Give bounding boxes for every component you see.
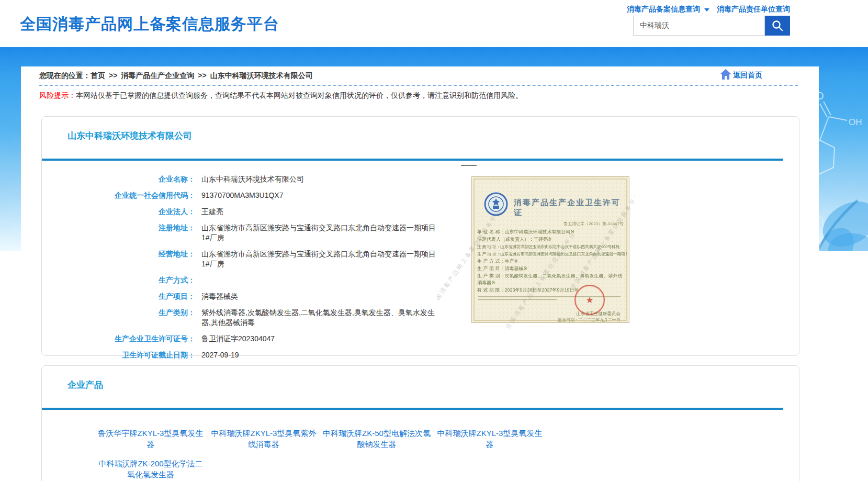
certificate-line: 生 产 类 别：次氯酸钠发生器、二氧化氯发生器、臭氧发生器、紫外线消毒器※ (477, 273, 627, 286)
field-row: 生产项目：消毒器械类 (42, 288, 799, 305)
red-seal-icon: ★ (574, 285, 605, 315)
risk-notice-text: 本网站仅基于已掌握的信息提供查询服务，查询结果不代表本网站对被查询对象信用状况的… (76, 91, 523, 99)
certificate-line: 生 产 项 目：消毒器械※ (477, 265, 627, 272)
breadcrumb-separator: >> (109, 71, 117, 80)
field-row: 生产类别：紫外线消毒器,次氯酸钠发生器,二氧化氯发生器,臭氧发生器、臭氧水发生器… (42, 305, 799, 331)
field-value: 紫外线消毒器,次氯酸钠发生器,二氧化氯发生器,臭氧发生器、臭氧水发生器,其他器械… (201, 308, 441, 328)
home-icon (719, 69, 732, 80)
dashed-divider (39, 85, 798, 86)
certificate-paper: 消毒产品生产企业卫生许可证 鲁卫消证字（2023）第-04647号 单 位 名 … (471, 176, 629, 323)
breadcrumb-prefix: 您现在的位置： (39, 71, 91, 80)
risk-notice: 风险提示：本网站仅基于已掌握的信息提供查询服务，查询结果不代表本网站对被查询对象… (39, 91, 798, 100)
product-link[interactable]: 中科瑞沃牌ZK-50型电解法次氯酸钠发生器 (320, 428, 433, 450)
field-value: 山东省潍坊市高新区潍安路与宝通街交叉路口东北角自动变速器一期项目1#厂房 (201, 249, 441, 269)
search-input[interactable] (633, 16, 765, 36)
company-card-title: 山东中科瑞沃环境技术有限公司 (67, 130, 799, 142)
field-row: 企业统一社会信用代码：91370700MA3M3U1QX7 (42, 187, 799, 204)
breadcrumb-row: 您现在的位置：首页>>消毒产品生产企业查询>>山东中科瑞沃环境技术有限公司 返回… (21, 66, 819, 83)
products-grid: 鲁沃华宇牌ZKYL-3型臭氧发生器 中科瑞沃牌ZKYL-3型臭氧紫外线消毒器 中… (94, 428, 799, 480)
field-label: 生产方式： (42, 275, 195, 285)
products-card-title: 企业产品 (67, 379, 799, 391)
certificate-number: 鲁卫消证字（2023）第-04647号 (563, 221, 624, 227)
company-info-card: 山东中科瑞沃环境技术有限公司 企业名称：山东中科瑞沃环境技术有限公司 企业统一社… (41, 116, 799, 356)
breadcrumb-home[interactable]: 首页 (91, 71, 105, 80)
top-nav: 消毒产品备案信息查询 消毒产品责任单位查询 (627, 5, 790, 14)
field-row: 卫生许可证截止日期：2027-09-19 (42, 347, 799, 363)
field-label: 生产企业卫生许可证号： (42, 334, 195, 344)
certificate-title: 消毒产品生产企业卫生许可证 (514, 198, 628, 218)
svg-text:OH: OH (849, 117, 862, 127)
field-value: 鲁卫消证字202304047 (201, 334, 275, 344)
field-label: 企业名称： (42, 174, 195, 184)
search-icon (771, 19, 784, 32)
certificate-line: 生 产 方 式：生产※ (477, 258, 627, 265)
main-content: 您现在的位置：首页>>消毒产品生产企业查询>>山东中科瑞沃环境技术有限公司 返回… (21, 66, 819, 481)
search-button[interactable] (765, 16, 790, 36)
company-fields: 企业名称：山东中科瑞沃环境技术有限公司 企业统一社会信用代码：91370700M… (42, 171, 799, 363)
field-label: 生产项目： (42, 292, 195, 301)
product-link[interactable]: 中科瑞沃牌ZKYL-3型臭氧紫外线消毒器 (207, 428, 320, 450)
field-row: 注册地址：山东省潍坊市高新区潍安路与宝通街交叉路口东北角自动变速器一期项目1#厂… (42, 220, 799, 246)
certificate-line: 法定代表人（或负责人）：王建亮※ (477, 236, 627, 243)
breadcrumb-section[interactable]: 消毒产品生产企业查询 (121, 71, 194, 80)
breadcrumb-separator: >> (198, 71, 206, 80)
field-row: 企业法人：王建亮 (42, 204, 799, 220)
field-label: 卫生许可证截止日期： (42, 350, 195, 360)
nav-link-record-info-query[interactable]: 消毒产品备案信息查询 (627, 5, 700, 14)
field-value: 王建亮 (201, 207, 223, 217)
field-label: 企业法人： (42, 207, 195, 217)
back-home-label: 返回首页 (733, 71, 762, 80)
field-value: 91370700MA3M3U1QX7 (201, 191, 283, 200)
field-label: 企业统一社会信用代码： (42, 191, 195, 200)
product-link[interactable]: 鲁沃华宇牌ZKYL-3型臭氧发生器 (94, 428, 207, 450)
product-link[interactable]: 中科瑞沃牌ZK-200型化学法二氧化氯发生器 (94, 458, 207, 480)
field-label: 经营地址： (42, 249, 195, 269)
certificate-line: 生 产 地 址：山东省潍坊市高新区潍安路与宝通街交叉路口东北角自动变速器一期项目… (477, 251, 627, 258)
search-bar (633, 16, 790, 36)
nav-link-responsible-unit-query[interactable]: 消毒产品责任单位查询 (717, 5, 790, 14)
card-title-rule (42, 408, 783, 410)
field-label: 注册地址： (42, 223, 195, 243)
field-row: 生产企业卫生许可证号：鲁卫消证字202304047 (42, 331, 799, 347)
site-header: 全国消毒产品网上备案信息服务平台 消毒产品备案信息查询 消毒产品责任单位查询 (0, 0, 868, 47)
field-value: 消毒器械类 (201, 292, 238, 301)
national-emblem-icon (483, 192, 509, 217)
field-value: 山东中科瑞沃环境技术有限公司 (201, 174, 304, 184)
field-label: 生产类别： (42, 308, 195, 328)
license-certificate-image: 全国消毒产品网上备案信息服务平台 全国消毒产品网上备案信息服务平台 全国消毒产品… (437, 163, 635, 330)
certificate-line: 注 册 地 址：山东省潍坊高新区玉清东街以北中心次干道以西高新大厦902号科苑 (477, 243, 627, 250)
risk-notice-label: 风险提示： (39, 91, 76, 99)
chevron-down-icon[interactable] (704, 8, 709, 12)
certificate-lines: 单 位 名 称：山东中科瑞沃环境技术有限公司※ 法定代表人（或负责人）：王建亮※… (477, 229, 627, 294)
breadcrumb-current: 山东中科瑞沃环境技术有限公司 (210, 71, 313, 80)
back-home-link[interactable]: 返回首页 (719, 69, 762, 80)
certificate-line: 单 位 名 称：山东中科瑞沃环境技术有限公司※ (477, 229, 627, 236)
scan-dash-mark (461, 165, 477, 166)
certificate-approve-date: 批准日期：二〇二三年九月二十日 (558, 317, 621, 323)
field-row: 经营地址：山东省潍坊市高新区潍安路与宝通街交叉路口东北角自动变速器一期项目1#厂… (42, 246, 799, 272)
field-value: 山东省潍坊市高新区潍安路与宝通街交叉路口东北角自动变速器一期项目1#厂房 (201, 223, 441, 243)
breadcrumb: 您现在的位置：首页>>消毒产品生产企业查询>>山东中科瑞沃环境技术有限公司 (39, 71, 819, 81)
products-card: 企业产品 鲁沃华宇牌ZKYL-3型臭氧发生器 中科瑞沃牌ZKYL-3型臭氧紫外线… (41, 365, 799, 481)
field-row: 企业名称：山东中科瑞沃环境技术有限公司 (42, 171, 799, 187)
site-title: 全国消毒产品网上备案信息服务平台 (20, 14, 279, 35)
product-link[interactable]: 中科瑞沃牌ZKYL-3型臭氧发生器 (433, 428, 546, 450)
card-title-rule (42, 159, 783, 161)
field-row: 生产方式： (42, 272, 799, 288)
certificate-line: 有 效 期 限：2023年9月20日至2027年9月19日※ (477, 287, 627, 294)
field-value: 2027-09-19 (201, 350, 239, 360)
